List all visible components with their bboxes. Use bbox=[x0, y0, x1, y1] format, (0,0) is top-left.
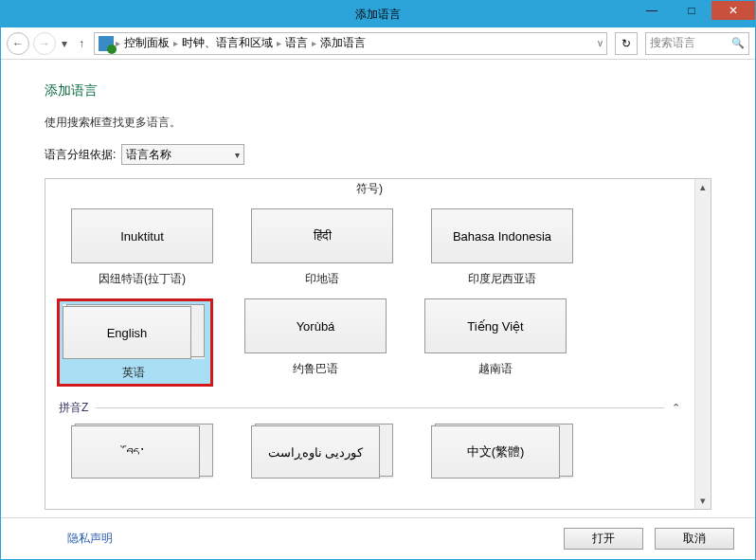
group-by-select[interactable]: 语言名称 ▾ bbox=[121, 144, 244, 165]
language-tile-hindi[interactable]: हिंदी 印地语 bbox=[244, 208, 400, 287]
minimize-button[interactable]: — bbox=[632, 1, 672, 20]
refresh-button[interactable]: ↻ bbox=[615, 32, 638, 55]
titlebar: 添加语言 — □ ✕ bbox=[1, 1, 755, 27]
language-tile-central-kurdish[interactable]: کوردیی ناوەڕاست bbox=[244, 424, 400, 479]
chevron-down-icon: ▾ bbox=[235, 150, 240, 160]
truncated-group-tail: 符号) bbox=[47, 179, 692, 203]
collapse-icon[interactable]: ⌃ bbox=[672, 402, 680, 414]
window-title: 添加语言 bbox=[355, 7, 401, 23]
language-tile-chinese-traditional[interactable]: 中文(繁體) bbox=[424, 424, 580, 479]
scroll-up-icon[interactable]: ▴ bbox=[695, 179, 711, 195]
history-dropdown[interactable]: ▾ bbox=[60, 37, 69, 50]
breadcrumb-item[interactable]: 语言 bbox=[283, 35, 310, 51]
forward-button[interactable]: → bbox=[33, 32, 56, 55]
language-row: Inuktitut 因纽特语(拉丁语) हिंदी 印地语 Bahasa Ind… bbox=[47, 203, 692, 287]
language-tile-vietnamese[interactable]: Tiếng Việt 越南语 bbox=[418, 298, 573, 387]
breadcrumb-item[interactable]: 控制面板 bbox=[122, 35, 171, 51]
up-button[interactable]: ↑ bbox=[73, 35, 90, 52]
language-tile-tibetan[interactable]: བོད་ bbox=[64, 424, 220, 479]
group-header-pinyin-z[interactable]: 拼音Z ⌃ bbox=[47, 387, 692, 420]
language-tile-english-selected[interactable]: English 英语 bbox=[57, 298, 213, 387]
breadcrumb-item[interactable]: 时钟、语言和区域 bbox=[180, 35, 275, 51]
scroll-down-icon[interactable]: ▾ bbox=[695, 493, 711, 509]
open-button[interactable]: 打开 bbox=[564, 528, 643, 550]
maximize-button[interactable]: □ bbox=[672, 1, 711, 20]
footer: 隐私声明 打开 取消 bbox=[1, 517, 755, 559]
content-area: 添加语言 使用搜索框查找更多语言。 语言分组依据: 语言名称 ▾ 符号) Inu… bbox=[1, 60, 755, 517]
search-placeholder: 搜索语言 bbox=[650, 35, 695, 51]
search-icon: 🔍 bbox=[731, 37, 745, 49]
language-row: བོད་ کوردیی ناوەڕاست 中文(繁體) bbox=[47, 420, 692, 479]
close-button[interactable]: ✕ bbox=[711, 1, 755, 20]
scrollbar[interactable]: ▴ ▾ bbox=[694, 179, 711, 509]
privacy-link[interactable]: 隐私声明 bbox=[67, 531, 113, 547]
nav-toolbar: ← → ▾ ↑ ▸ 控制面板 ▸ 时钟、语言和区域 ▸ 语言 ▸ 添加语言 v … bbox=[1, 27, 755, 60]
cancel-button[interactable]: 取消 bbox=[655, 528, 734, 550]
group-by-row: 语言分组依据: 语言名称 ▾ bbox=[45, 144, 711, 165]
breadcrumb-sep: ▸ bbox=[116, 38, 120, 48]
address-bar[interactable]: ▸ 控制面板 ▸ 时钟、语言和区域 ▸ 语言 ▸ 添加语言 v bbox=[94, 32, 607, 55]
back-button[interactable]: ← bbox=[7, 32, 29, 55]
control-panel-icon bbox=[99, 36, 114, 51]
window: 添加语言 — □ ✕ ← → ▾ ↑ ▸ 控制面板 ▸ 时钟、语言和区域 ▸ 语… bbox=[0, 0, 756, 560]
address-dropdown[interactable]: v bbox=[598, 38, 603, 48]
language-tile-inuktitut[interactable]: Inuktitut 因纽特语(拉丁语) bbox=[64, 208, 220, 287]
breadcrumb-item[interactable]: 添加语言 bbox=[318, 35, 368, 51]
window-controls: — □ ✕ bbox=[632, 1, 755, 22]
language-tile-indonesian[interactable]: Bahasa Indonesia 印度尼西亚语 bbox=[424, 208, 580, 287]
language-list: 符号) Inuktitut 因纽特语(拉丁语) हिंदी 印地语 Bahasa… bbox=[45, 178, 711, 510]
language-tile-yoruba[interactable]: Yorùbá 约鲁巴语 bbox=[238, 298, 393, 387]
language-row: 3 English 英语 Yorùbá 约鲁巴语 bbox=[47, 287, 692, 387]
page-hint: 使用搜索框查找更多语言。 bbox=[45, 115, 711, 131]
group-by-label: 语言分组依据: bbox=[45, 147, 116, 163]
language-list-viewport: 符号) Inuktitut 因纽特语(拉丁语) हिंदी 印地语 Bahasa… bbox=[45, 179, 693, 509]
search-input[interactable]: 搜索语言 🔍 bbox=[645, 32, 749, 55]
group-by-value: 语言名称 bbox=[126, 147, 171, 163]
page-title: 添加语言 bbox=[45, 82, 711, 99]
